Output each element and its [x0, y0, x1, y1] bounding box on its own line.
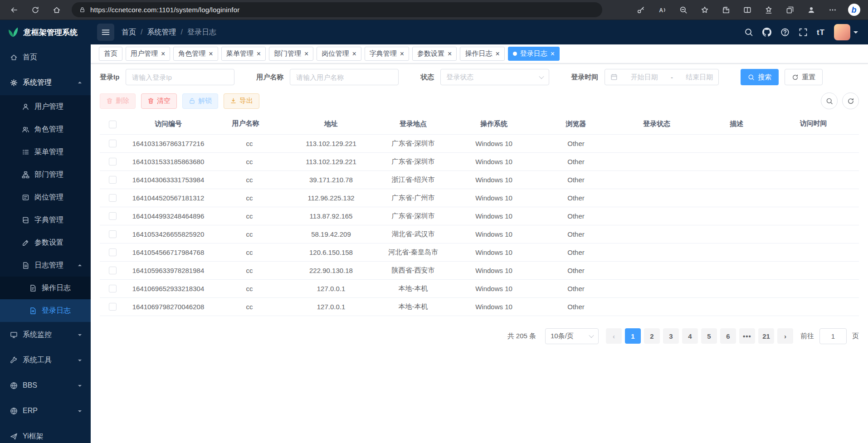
row-checkbox[interactable]	[109, 285, 117, 292]
row-checkbox[interactable]	[109, 176, 117, 184]
row-checkbox[interactable]	[109, 303, 117, 311]
sidebar-item-role-management[interactable]: 角色管理	[0, 118, 91, 141]
close-tab-icon[interactable]: ×	[551, 50, 555, 58]
pagination-page-21[interactable]: 21	[758, 328, 774, 344]
search-button[interactable]	[744, 28, 753, 37]
login-ip-input[interactable]	[126, 69, 234, 85]
sidebar-item-menu-management[interactable]: 菜单管理	[0, 141, 91, 163]
app-logo[interactable]: 意框架管理系统	[0, 20, 91, 44]
tab-dict-management[interactable]: 字典管理×	[365, 47, 409, 61]
sidebar-item-system-management[interactable]: 系统管理	[0, 70, 91, 95]
close-tab-icon[interactable]: ×	[448, 50, 452, 58]
fullscreen-button[interactable]	[799, 28, 808, 37]
close-tab-icon[interactable]: ×	[400, 50, 404, 58]
tab-param-settings[interactable]: 参数设置×	[412, 47, 457, 61]
question-button[interactable]	[780, 28, 790, 37]
pagination-page-6[interactable]: 6	[720, 328, 736, 344]
row-checkbox[interactable]	[109, 158, 117, 166]
row-checkbox[interactable]	[109, 194, 117, 202]
browser-bing-button[interactable]: b	[844, 2, 863, 18]
user-name-input[interactable]	[290, 69, 399, 85]
tab-home[interactable]: 首页	[99, 47, 122, 61]
tab-operation-log[interactable]: 操作日志×	[460, 47, 504, 61]
toggle-search-button[interactable]	[821, 92, 838, 109]
delete-button[interactable]: 删除	[100, 93, 136, 109]
close-tab-icon[interactable]: ×	[257, 50, 261, 58]
tab-dept-management[interactable]: 部门管理×	[269, 47, 313, 61]
status-select[interactable]: 登录状态	[440, 69, 549, 85]
breadcrumb-item[interactable]: 系统管理	[147, 28, 176, 37]
browser-split-screen-button[interactable]	[738, 2, 757, 18]
user-menu[interactable]	[834, 24, 858, 40]
user-avatar[interactable]	[834, 24, 850, 40]
pagination-prev-button[interactable]: ‹	[606, 328, 622, 344]
select-all-checkbox[interactable]	[109, 121, 117, 128]
row-checkbox[interactable]	[109, 140, 117, 147]
row-checkbox[interactable]	[109, 267, 117, 274]
close-tab-icon[interactable]: ×	[495, 50, 499, 58]
browser-more-button[interactable]	[823, 2, 842, 18]
tab-post-management[interactable]: 岗位管理×	[317, 47, 361, 61]
pagination-page-4[interactable]: 4	[682, 328, 698, 344]
close-tab-icon[interactable]: ×	[161, 50, 165, 58]
font-size-button[interactable]: tT	[817, 29, 825, 36]
browser-read-aloud-button[interactable]: A	[653, 2, 672, 18]
row-checkbox[interactable]	[109, 230, 117, 238]
unlock-button[interactable]: 解锁	[182, 93, 218, 109]
reset-button[interactable]: 重置	[785, 69, 823, 85]
tab-role-management[interactable]: 角色管理×	[173, 47, 218, 61]
pagination-next-button[interactable]: ›	[777, 328, 793, 344]
tab-menu-management[interactable]: 菜单管理×	[221, 47, 266, 61]
row-checkbox[interactable]	[109, 248, 117, 256]
sidebar-item-param-settings[interactable]: 参数设置	[0, 231, 91, 254]
sidebar-item-login-log[interactable]: 登录日志	[0, 299, 91, 322]
goto-page-input[interactable]	[819, 328, 847, 344]
browser-refresh-button[interactable]	[26, 2, 45, 18]
header-cell-time[interactable]: 访问时间	[775, 114, 859, 134]
breadcrumb-item[interactable]: 首页	[122, 28, 136, 37]
tab-login-log[interactable]: 登录日志×	[508, 47, 560, 61]
tab-user-management[interactable]: 用户管理×	[126, 47, 170, 61]
sort-carets-icon[interactable]	[263, 119, 267, 129]
pagination-page-3[interactable]: 3	[663, 328, 679, 344]
browser-back-button[interactable]	[5, 2, 24, 18]
browser-zoom-out-button[interactable]	[674, 2, 693, 18]
row-checkbox[interactable]	[109, 212, 117, 220]
close-tab-icon[interactable]: ×	[209, 50, 213, 58]
header-cell-user[interactable]: 用户名称	[211, 114, 288, 134]
browser-extensions-button[interactable]	[717, 2, 736, 18]
pagination-more-button[interactable]: •••	[739, 328, 755, 344]
sidebar-item-home[interactable]: 首页	[0, 44, 91, 70]
close-tab-icon[interactable]: ×	[304, 50, 308, 58]
sidebar-item-log-management[interactable]: 日志管理	[0, 254, 91, 277]
browser-favorites-add-button[interactable]	[695, 2, 714, 18]
pagination-page-2[interactable]: 2	[644, 328, 660, 344]
refresh-table-button[interactable]	[842, 92, 859, 109]
browser-home-button[interactable]	[47, 2, 66, 18]
browser-profile-button[interactable]	[802, 2, 821, 18]
sidebar-item-erp[interactable]: ERP	[0, 398, 91, 424]
sidebar-toggle-button[interactable]	[97, 24, 114, 41]
sidebar-item-yi-framework[interactable]: Yi框架	[0, 424, 91, 443]
sidebar-item-system-tools[interactable]: 系统工具	[0, 347, 91, 373]
address-bar[interactable]: https://ccnetcore.com:1101/system/log/lo…	[72, 2, 602, 17]
sidebar-item-system-monitor[interactable]: 系统监控	[0, 322, 91, 347]
page-size-select[interactable]: 10条/页	[545, 328, 599, 344]
sidebar-item-post-management[interactable]: 岗位管理	[0, 186, 91, 209]
browser-collections-button[interactable]	[780, 2, 800, 18]
login-time-range-picker[interactable]: 开始日期 - 结束日期	[605, 69, 719, 85]
clear-button[interactable]: 清空	[141, 93, 177, 109]
sidebar-item-dept-management[interactable]: 部门管理	[0, 163, 91, 186]
browser-favorites-bar-button[interactable]	[759, 2, 778, 18]
sidebar-item-user-management[interactable]: 用户管理	[0, 95, 91, 118]
search-button[interactable]: 搜索	[741, 69, 779, 85]
browser-key-button[interactable]	[631, 2, 650, 18]
github-button[interactable]	[762, 28, 771, 37]
sidebar-item-operation-log[interactable]: 操作日志	[0, 277, 91, 299]
export-button[interactable]: 导出	[224, 93, 259, 109]
sidebar-item-bbs[interactable]: BBS	[0, 373, 91, 398]
pagination-page-5[interactable]: 5	[701, 328, 717, 344]
sidebar-item-dict-management[interactable]: 字典管理	[0, 209, 91, 231]
sort-carets-icon[interactable]	[830, 119, 835, 129]
pagination-page-1[interactable]: 1	[625, 328, 641, 344]
